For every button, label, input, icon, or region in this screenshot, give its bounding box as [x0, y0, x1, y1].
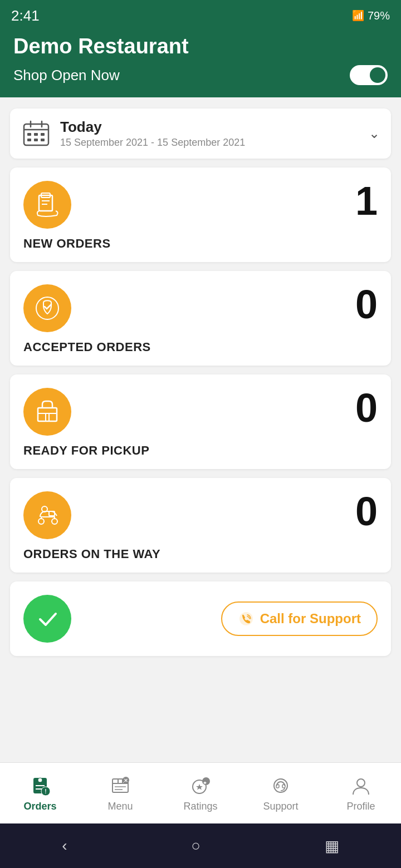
accepted-orders-count: 0	[355, 284, 378, 324]
orders-nav-icon: !	[28, 774, 52, 797]
svg-point-20	[38, 519, 44, 524]
svg-rect-15	[38, 408, 57, 421]
date-label: Today	[60, 119, 360, 136]
menu-nav-icon: ✕	[109, 774, 132, 797]
nav-ratings[interactable]: Ratings	[160, 763, 241, 823]
accepted-orders-icon	[23, 284, 71, 332]
new-orders-icon	[23, 181, 71, 229]
profile-nav-label: Profile	[346, 801, 375, 812]
shop-open-toggle[interactable]	[350, 65, 388, 85]
new-orders-top: 1	[23, 181, 378, 229]
ratings-nav-label: Ratings	[183, 801, 217, 812]
support-nav-label: Support	[263, 801, 298, 812]
recent-button[interactable]: ▦	[325, 837, 339, 855]
back-button[interactable]: ‹	[62, 837, 67, 855]
ready-pickup-icon	[23, 388, 71, 436]
accepted-orders-label: ACCEPTED ORDERS	[23, 340, 378, 354]
svg-rect-39	[276, 785, 279, 788]
nav-orders[interactable]: ! Orders	[0, 763, 80, 823]
support-card: Call for Support	[10, 581, 391, 656]
check-circle-icon	[23, 595, 71, 643]
status-time: 2:41	[11, 7, 40, 24]
shop-status-label: Shop Open Now	[13, 67, 120, 84]
svg-point-37	[202, 777, 210, 785]
accepted-orders-top: 0	[23, 284, 378, 332]
svg-text:!: !	[45, 788, 46, 795]
restaurant-name: Demo Restaurant	[13, 34, 388, 58]
main-content: Today 15 September 2021 - 15 September 2…	[0, 97, 401, 762]
battery-text: 79%	[368, 9, 390, 22]
nav-profile[interactable]: Profile	[321, 763, 401, 823]
ratings-nav-icon	[189, 774, 212, 797]
support-nav-icon	[269, 774, 292, 797]
new-orders-label: NEW ORDERS	[23, 236, 378, 251]
calendar-icon	[21, 119, 51, 149]
profile-nav-icon	[349, 774, 373, 797]
android-nav-bar: ‹ ○ ▦	[0, 823, 401, 868]
svg-rect-6	[41, 133, 45, 136]
nav-menu[interactable]: ✕ Menu	[80, 763, 160, 823]
accepted-orders-card[interactable]: 0 ACCEPTED ORDERS	[10, 271, 391, 366]
svg-rect-7	[27, 139, 31, 141]
nav-support[interactable]: Support	[241, 763, 321, 823]
ready-pickup-count: 0	[355, 388, 378, 428]
svg-rect-4	[27, 133, 31, 136]
status-bar: 2:41 📶 79%	[0, 0, 401, 29]
svg-rect-8	[34, 139, 38, 141]
date-range: 15 September 2021 - 15 September 2021	[60, 137, 360, 149]
app-header: Demo Restaurant Shop Open Now	[0, 29, 401, 97]
signal-icon: 📶	[352, 9, 364, 22]
date-text: Today 15 September 2021 - 15 September 2…	[60, 119, 360, 149]
ready-pickup-top: 0	[23, 388, 378, 436]
new-orders-count: 1	[355, 181, 378, 221]
ready-pickup-card[interactable]: 0 READY FOR PICKUP	[10, 374, 391, 469]
date-card[interactable]: Today 15 September 2021 - 15 September 2…	[10, 108, 391, 159]
svg-rect-40	[282, 785, 285, 788]
orders-on-way-label: ORDERS ON THE WAY	[23, 547, 378, 561]
shop-status-row: Shop Open Now	[13, 65, 388, 85]
call-support-button[interactable]: Call for Support	[221, 601, 378, 636]
ready-pickup-label: READY FOR PICKUP	[23, 443, 378, 458]
svg-text:✕: ✕	[124, 778, 128, 783]
home-button[interactable]: ○	[191, 837, 200, 855]
svg-point-25	[38, 778, 42, 782]
orders-on-way-icon	[23, 491, 71, 539]
orders-on-way-card[interactable]: 0 ORDERS ON THE WAY	[10, 478, 391, 573]
svg-point-21	[52, 519, 57, 524]
status-icons: 📶 79%	[352, 9, 390, 22]
bottom-nav: ! Orders ✕ Menu	[0, 762, 401, 823]
chevron-down-icon: ⌄	[369, 126, 380, 141]
orders-on-way-count: 0	[355, 491, 378, 531]
new-orders-card[interactable]: 1 NEW ORDERS	[10, 167, 391, 262]
menu-nav-label: Menu	[107, 801, 133, 812]
svg-point-41	[357, 779, 365, 787]
call-support-label: Call for Support	[260, 611, 361, 627]
orders-on-way-top: 0	[23, 491, 378, 539]
svg-rect-5	[34, 133, 38, 136]
orders-nav-label: Orders	[23, 801, 56, 812]
svg-rect-9	[41, 139, 45, 141]
